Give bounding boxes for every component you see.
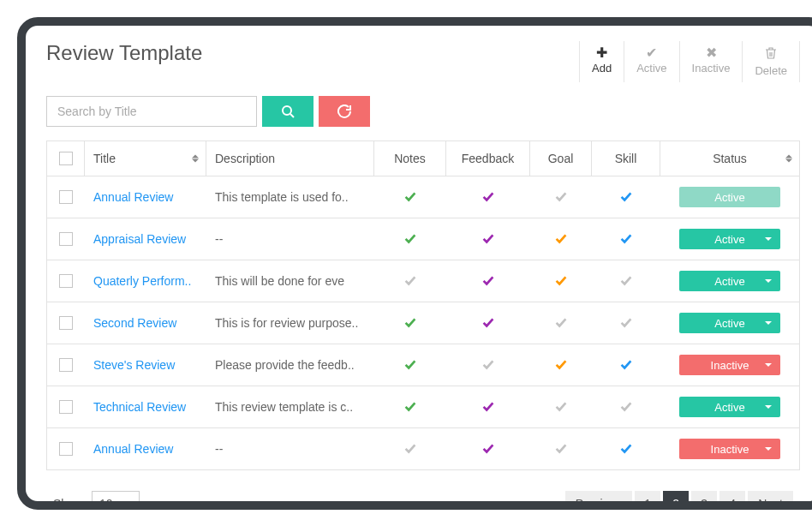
- page-button-4[interactable]: 4: [719, 491, 745, 510]
- show-label: Show: [53, 497, 83, 510]
- check-icon: [553, 440, 569, 458]
- check-icon: [618, 356, 634, 374]
- table-row: Steve's ReviewPlease provide the feedb..…: [47, 344, 799, 386]
- add-button[interactable]: ✚ Add: [579, 41, 624, 82]
- status-badge[interactable]: Active: [679, 229, 780, 249]
- row-checkbox[interactable]: [59, 274, 73, 288]
- col-description: Description: [206, 141, 374, 176]
- row-checkbox[interactable]: [59, 316, 73, 330]
- template-link[interactable]: Annual Review: [93, 442, 173, 456]
- check-icon: [618, 398, 634, 416]
- check-icon: [481, 272, 496, 290]
- delete-button[interactable]: Delete: [742, 41, 800, 82]
- description-cell: This template is used fo..: [206, 176, 374, 218]
- template-link[interactable]: Annual Review: [93, 190, 173, 204]
- table-row: Annual Review--Inactive: [47, 428, 799, 470]
- col-notes: Notes: [374, 141, 446, 176]
- app-frame: Review Template ✚ Add ✔ Active ✖ Inactiv…: [17, 17, 812, 510]
- chevron-down-icon: [765, 321, 772, 325]
- table-row: Second ReviewThis is for review purpose.…: [47, 302, 799, 344]
- col-status[interactable]: Status: [660, 141, 799, 176]
- page-title: Review Template: [46, 41, 202, 65]
- check-icon: [553, 188, 569, 206]
- template-link[interactable]: Steve's Review: [93, 358, 175, 372]
- row-checkbox[interactable]: [59, 442, 73, 456]
- status-badge[interactable]: Inactive: [679, 439, 780, 459]
- template-link[interactable]: Technical Review: [93, 400, 186, 414]
- col-skill: Skill: [592, 141, 660, 176]
- check-icon: [403, 398, 418, 416]
- status-badge[interactable]: Active: [679, 271, 780, 291]
- check-icon: [618, 440, 634, 458]
- check-icon: [481, 314, 496, 332]
- row-checkbox[interactable]: [59, 358, 73, 372]
- status-badge[interactable]: Active: [679, 397, 780, 417]
- status-badge[interactable]: Active: [679, 313, 780, 333]
- check-icon: [403, 188, 418, 206]
- action-bar: ✚ Add ✔ Active ✖ Inactive Delete: [579, 41, 800, 82]
- table-row: Appraisal Review--Active: [47, 218, 799, 260]
- chevron-down-icon: [765, 237, 772, 241]
- check-icon: [481, 188, 496, 206]
- previous-button[interactable]: Previous: [565, 491, 632, 510]
- trash-icon: [765, 46, 777, 63]
- description-cell: --: [206, 428, 374, 469]
- description-cell: Please provide the feedb..: [206, 344, 374, 386]
- page-button-3[interactable]: 3: [691, 491, 717, 510]
- next-button[interactable]: Next: [748, 491, 793, 510]
- page-size-value: 10: [99, 497, 113, 510]
- check-icon: [553, 272, 569, 290]
- active-label: Active: [636, 62, 666, 75]
- row-checkbox[interactable]: [59, 232, 73, 246]
- table-row: Technical ReviewThis review template is …: [47, 386, 799, 428]
- check-icon: [553, 230, 569, 248]
- template-link[interactable]: Quaterly Perform..: [93, 274, 191, 288]
- page-button-1[interactable]: 1: [635, 491, 660, 510]
- check-icon: [618, 230, 634, 248]
- search-input[interactable]: [46, 96, 257, 127]
- check-icon: [618, 314, 634, 332]
- status-badge: Active: [679, 187, 780, 207]
- chevron-down-icon: [765, 405, 772, 409]
- description-cell: This will be done for eve: [206, 260, 374, 302]
- template-link[interactable]: Second Review: [93, 316, 176, 330]
- templates-table: Title Description Notes Feedback Goal Sk…: [46, 140, 800, 470]
- pagination: Previous1234Next: [565, 491, 793, 510]
- description-cell: --: [206, 218, 374, 260]
- plus-icon: ✚: [596, 46, 607, 60]
- col-goal: Goal: [530, 141, 592, 176]
- refresh-button[interactable]: [319, 96, 370, 127]
- col-feedback: Feedback: [446, 141, 530, 176]
- check-icon: [481, 398, 496, 416]
- check-icon: [403, 356, 418, 374]
- check-icon: [553, 314, 569, 332]
- check-icon: [553, 398, 569, 416]
- page-button-2[interactable]: 2: [663, 491, 689, 510]
- row-checkbox[interactable]: [59, 190, 73, 204]
- chevron-down-icon: [765, 279, 772, 283]
- col-title[interactable]: Title: [85, 141, 206, 176]
- check-icon: [403, 230, 418, 248]
- check-icon: [403, 272, 418, 290]
- search-icon: [281, 105, 295, 118]
- add-label: Add: [592, 62, 612, 75]
- sort-icon: [192, 155, 199, 163]
- page-size-select[interactable]: 10: [92, 491, 140, 510]
- table-row: Quaterly Perform..This will be done for …: [47, 260, 799, 302]
- chevron-down-icon: [765, 447, 772, 451]
- template-link[interactable]: Appraisal Review: [93, 232, 186, 246]
- description-cell: This is for review purpose..: [206, 302, 374, 344]
- close-icon: ✖: [706, 46, 717, 60]
- check-icon: [403, 314, 418, 332]
- check-icon: ✔: [646, 46, 657, 60]
- status-badge[interactable]: Inactive: [679, 355, 780, 375]
- select-all-checkbox[interactable]: [59, 152, 73, 165]
- active-button[interactable]: ✔ Active: [624, 41, 678, 82]
- check-icon: [618, 188, 634, 206]
- inactive-button[interactable]: ✖ Inactive: [679, 41, 743, 82]
- svg-point-0: [283, 106, 291, 115]
- table-body: Annual ReviewThis template is used fo..A…: [47, 176, 799, 470]
- row-checkbox[interactable]: [59, 400, 73, 414]
- check-icon: [481, 356, 496, 374]
- search-button[interactable]: [262, 96, 313, 127]
